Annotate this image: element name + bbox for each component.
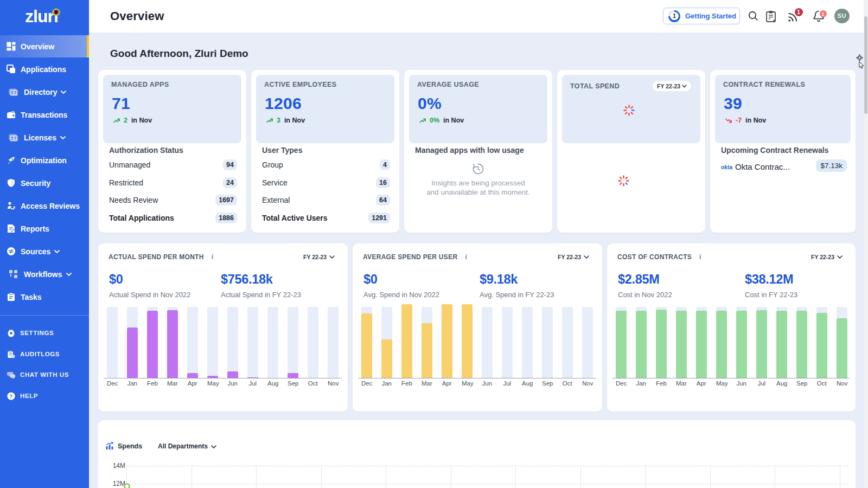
svg-text:?: ?: [10, 393, 13, 399]
